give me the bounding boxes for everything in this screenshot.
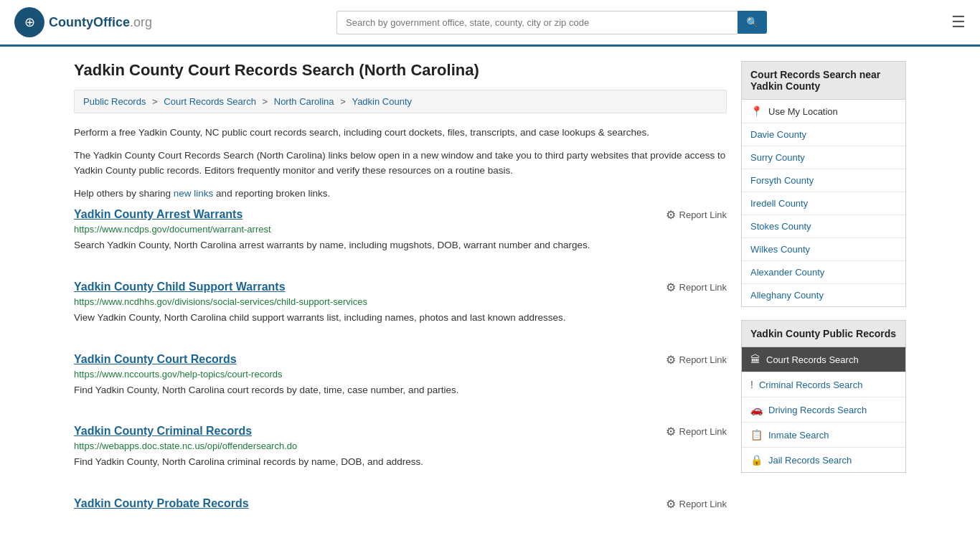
breadcrumb-court-records[interactable]: Court Records Search <box>164 96 256 107</box>
sidebar-county-3[interactable]: Iredell County <box>742 192 905 215</box>
breadcrumb-sep-3: > <box>340 96 348 107</box>
sidebar-county-5[interactable]: Wilkes County <box>742 238 905 261</box>
record-icon-4: 🔒 <box>750 454 763 466</box>
report-label-2: Report Link <box>679 354 727 365</box>
sidebar: Court Records Search near Yadkin County … <box>741 61 906 540</box>
sidebar-nearby-links: 📍 Use My Location Davie CountySurry Coun… <box>741 100 906 307</box>
result-desc-3: Find Yadkin County, North Carolina crimi… <box>74 454 727 470</box>
county-label-7: Alleghany County <box>750 290 824 301</box>
result-url-1[interactable]: https://www.ncdhhs.gov/divisions/social-… <box>74 296 727 307</box>
result-desc-0: Search Yadkin County, North Carolina arr… <box>74 237 727 253</box>
county-label-2: Forsyth County <box>750 175 814 186</box>
intro-paragraph-2: The Yadkin County Court Records Search (… <box>74 148 727 179</box>
sidebar-county-6[interactable]: Alexander County <box>742 261 905 284</box>
county-label-6: Alexander County <box>750 267 824 278</box>
sidebar-record-item-2[interactable]: 🚗 Driving Records Search <box>742 397 905 423</box>
sidebar-county-1[interactable]: Surry County <box>742 146 905 169</box>
result-desc-1: View Yadkin County, North Carolina child… <box>74 310 727 326</box>
intro-paragraph-1: Perform a free Yadkin County, NC public … <box>74 125 727 141</box>
result-header: Yadkin County Arrest Warrants ⚙ Report L… <box>74 208 727 222</box>
breadcrumb-yadkin-county[interactable]: Yadkin County <box>352 96 412 107</box>
nearby-counties-container: Davie CountySurry CountyForsyth CountyIr… <box>742 123 905 306</box>
report-label-3: Report Link <box>679 426 727 437</box>
logo-icon: ⊕ <box>14 7 44 37</box>
intro-paragraph-3: Help others by sharing new links and rep… <box>74 186 727 202</box>
report-label-0: Report Link <box>679 209 727 220</box>
county-label-3: Iredell County <box>750 198 808 209</box>
record-icon-0: 🏛 <box>750 354 760 365</box>
record-icon-2: 🚗 <box>750 404 763 415</box>
county-label-0: Davie County <box>750 129 806 140</box>
report-link-4[interactable]: ⚙ Report Link <box>666 497 727 511</box>
sidebar-county-4[interactable]: Stokes County <box>742 215 905 238</box>
result-title-1[interactable]: Yadkin County Child Support Warrants <box>74 281 286 293</box>
hamburger-menu-icon[interactable]: ☰ <box>951 13 966 32</box>
county-label-1: Surry County <box>750 152 805 163</box>
breadcrumb-public-records[interactable]: Public Records <box>83 96 146 107</box>
record-label-3: Inmate Search <box>768 430 829 441</box>
result-header: Yadkin County Criminal Records ⚙ Report … <box>74 425 727 438</box>
result-item: Yadkin County Arrest Warrants ⚙ Report L… <box>74 208 727 260</box>
search-bar-container: 🔍 <box>336 11 767 34</box>
result-url-3[interactable]: https://webapps.doc.state.nc.us/opi/offe… <box>74 441 727 451</box>
result-desc-2: Find Yadkin County, North Carolina court… <box>74 382 727 398</box>
report-label-1: Report Link <box>679 282 727 293</box>
report-icon-2: ⚙ <box>666 353 676 367</box>
result-item: Yadkin County Criminal Records ⚙ Report … <box>74 425 727 477</box>
breadcrumb-sep-2: > <box>263 96 270 107</box>
breadcrumb-north-carolina[interactable]: North Carolina <box>274 96 334 107</box>
search-button[interactable]: 🔍 <box>738 11 767 34</box>
report-icon-4: ⚙ <box>666 497 676 511</box>
logo-area: ⊕ CountyOffice.org <box>14 7 152 37</box>
sidebar-county-2[interactable]: Forsyth County <box>742 169 905 192</box>
result-title-2[interactable]: Yadkin County Court Records <box>74 353 237 366</box>
header: ⊕ CountyOffice.org 🔍 ☰ <box>0 0 980 47</box>
sidebar-record-item-1[interactable]: ! Criminal Records Search <box>742 372 905 397</box>
record-label-0: Court Records Search <box>766 354 859 365</box>
new-links-link[interactable]: new links <box>174 188 214 199</box>
result-header: Yadkin County Child Support Warrants ⚙ R… <box>74 281 727 294</box>
use-my-location[interactable]: 📍 Use My Location <box>742 100 905 123</box>
sidebar-county-0[interactable]: Davie County <box>742 123 905 146</box>
sidebar-county-7[interactable]: Alleghany County <box>742 284 905 306</box>
location-pin-icon: 📍 <box>750 105 763 117</box>
report-link-1[interactable]: ⚙ Report Link <box>666 281 727 294</box>
record-icon-1: ! <box>750 379 753 390</box>
record-label-1: Criminal Records Search <box>759 380 863 390</box>
sidebar-records-links: 🏛 Court Records Search ! Criminal Record… <box>741 347 906 473</box>
main-wrapper: Yadkin County Court Records Search (Nort… <box>60 47 920 551</box>
record-label-2: Driving Records Search <box>768 405 867 415</box>
result-title-4[interactable]: Yadkin County Probate Records <box>74 497 249 510</box>
record-label-4: Jail Records Search <box>768 455 852 466</box>
report-link-0[interactable]: ⚙ Report Link <box>666 208 727 222</box>
report-label-4: Report Link <box>679 499 727 509</box>
sidebar-record-item-4[interactable]: 🔒 Jail Records Search <box>742 448 905 472</box>
report-link-2[interactable]: ⚙ Report Link <box>666 353 727 367</box>
result-item: Yadkin County Child Support Warrants ⚙ R… <box>74 281 727 333</box>
sidebar-public-records-header: Yadkin County Public Records <box>741 320 906 347</box>
public-records-container: 🏛 Court Records Search ! Criminal Record… <box>742 347 905 472</box>
result-item: Yadkin County Court Records ⚙ Report Lin… <box>74 353 727 405</box>
sidebar-nearby-header: Court Records Search near Yadkin County <box>741 61 906 100</box>
logo-text: CountyOffice.org <box>49 15 152 30</box>
use-location-label: Use My Location <box>768 106 838 117</box>
result-url-0[interactable]: https://www.ncdps.gov/document/warrant-a… <box>74 224 727 235</box>
result-title-0[interactable]: Yadkin County Arrest Warrants <box>74 208 242 221</box>
sidebar-record-item-3[interactable]: 📋 Inmate Search <box>742 423 905 448</box>
report-icon-1: ⚙ <box>666 281 676 294</box>
result-header: Yadkin County Court Records ⚙ Report Lin… <box>74 353 727 367</box>
result-title-3[interactable]: Yadkin County Criminal Records <box>74 425 252 438</box>
breadcrumb-sep-1: > <box>152 96 160 107</box>
breadcrumb: Public Records > Court Records Search > … <box>74 90 727 113</box>
result-item: Yadkin County Probate Records ⚙ Report L… <box>74 497 727 520</box>
content-area: Yadkin County Court Records Search (Nort… <box>74 61 727 540</box>
search-input[interactable] <box>336 11 738 34</box>
result-url-2[interactable]: https://www.nccourts.gov/help-topics/cou… <box>74 369 727 380</box>
report-icon-3: ⚙ <box>666 425 676 438</box>
report-link-3[interactable]: ⚙ Report Link <box>666 425 727 438</box>
results-container: Yadkin County Arrest Warrants ⚙ Report L… <box>74 208 727 519</box>
county-label-5: Wilkes County <box>750 244 810 255</box>
county-label-4: Stokes County <box>750 221 811 232</box>
report-icon-0: ⚙ <box>666 208 676 222</box>
sidebar-record-item-0[interactable]: 🏛 Court Records Search <box>742 347 905 372</box>
